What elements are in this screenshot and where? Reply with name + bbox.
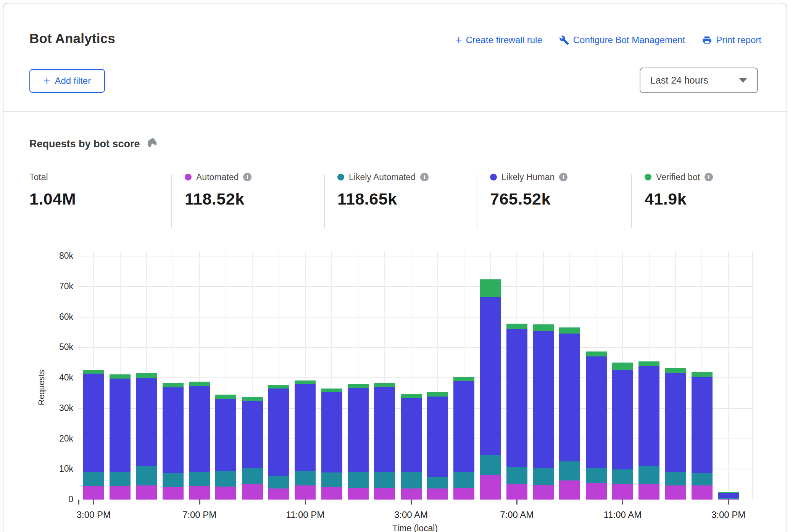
verified-bot-bar-segment[interactable] [559,327,580,334]
likely-automated-bar-segment[interactable] [136,466,157,485]
verified-bot-bar-segment[interactable] [665,368,686,373]
likely-human-bar-segment[interactable] [427,397,448,477]
likely-automated-bar-segment[interactable] [427,477,448,488]
print-report-link[interactable]: Print report [702,35,761,45]
info-icon[interactable]: i [420,173,429,181]
likely-human-bar-segment[interactable] [136,378,157,466]
likely-automated-bar-segment[interactable] [215,471,236,487]
automated-bar-segment[interactable] [612,484,633,500]
automated-bar-segment[interactable] [348,488,369,500]
verified-bot-bar-segment[interactable] [189,382,210,386]
verified-bot-bar-segment[interactable] [268,385,289,389]
likely-human-bar-segment[interactable] [506,329,527,467]
likely-human-bar-segment[interactable] [268,389,289,476]
automated-bar-segment[interactable] [83,486,104,500]
likely-human-bar-segment[interactable] [321,392,342,472]
verified-bot-bar-segment[interactable] [295,380,316,384]
likely-human-bar-segment[interactable] [480,297,501,455]
add-filter-button[interactable]: + Add filter [29,69,105,93]
verified-bot-bar-segment[interactable] [453,377,474,381]
verified-bot-bar-segment[interactable] [533,324,554,331]
likely-automated-bar-segment[interactable] [83,472,104,486]
likely-automated-bar-segment[interactable] [374,472,395,488]
likely-human-bar-segment[interactable] [295,384,316,471]
verified-bot-bar-segment[interactable] [83,370,104,374]
time-range-select[interactable]: Last 24 hours [640,68,758,93]
verified-bot-bar-segment[interactable] [506,324,527,329]
automated-bar-segment[interactable] [242,484,263,500]
likely-human-bar-segment[interactable] [692,377,713,473]
verified-bot-bar-segment[interactable] [692,372,713,377]
likely-automated-bar-segment[interactable] [295,471,316,485]
automated-bar-segment[interactable] [215,487,236,500]
likely-human-bar-segment[interactable] [559,334,580,461]
verified-bot-bar-segment[interactable] [136,373,157,378]
likely-automated-bar-segment[interactable] [533,468,554,485]
likely-automated-bar-segment[interactable] [480,455,501,475]
likely-automated-bar-segment[interactable] [718,498,739,499]
automated-bar-segment[interactable] [321,487,342,500]
automated-bar-segment[interactable] [665,485,686,500]
likely-automated-bar-segment[interactable] [163,473,184,487]
info-icon[interactable]: i [705,173,713,181]
automated-bar-segment[interactable] [110,486,131,500]
info-icon[interactable]: i [559,173,568,181]
likely-automated-bar-segment[interactable] [189,472,210,486]
automated-bar-segment[interactable] [533,485,554,500]
automated-bar-segment[interactable] [189,486,210,500]
likely-automated-bar-segment[interactable] [638,466,659,484]
verified-bot-bar-segment[interactable] [215,395,236,399]
automated-bar-segment[interactable] [480,475,501,500]
automated-bar-segment[interactable] [163,487,184,500]
likely-human-bar-segment[interactable] [374,387,395,472]
configure-bot-management-link[interactable]: Configure Bot Management [559,35,685,45]
likely-human-bar-segment[interactable] [110,379,131,471]
automated-bar-segment[interactable] [427,488,448,500]
likely-automated-bar-segment[interactable] [506,467,527,484]
verified-bot-bar-segment[interactable] [321,389,342,392]
likely-human-bar-segment[interactable] [533,331,554,468]
likely-human-bar-segment[interactable] [718,493,739,498]
create-firewall-rule-link[interactable]: + Create firewall rule [455,35,542,45]
likely-human-bar-segment[interactable] [242,401,263,468]
verified-bot-bar-segment[interactable] [110,374,131,379]
likely-human-bar-segment[interactable] [189,386,210,472]
likely-human-bar-segment[interactable] [163,387,184,473]
likely-human-bar-segment[interactable] [83,374,104,472]
likely-automated-bar-segment[interactable] [612,469,633,484]
likely-automated-bar-segment[interactable] [110,472,131,486]
likely-human-bar-segment[interactable] [612,370,633,469]
verified-bot-bar-segment[interactable] [348,384,369,388]
automated-bar-segment[interactable] [268,488,289,500]
automated-bar-segment[interactable] [506,484,527,500]
likely-automated-bar-segment[interactable] [453,472,474,487]
likely-human-bar-segment[interactable] [453,381,474,472]
automated-bar-segment[interactable] [559,480,580,500]
automated-bar-segment[interactable] [586,483,607,500]
likely-human-bar-segment[interactable] [401,398,422,472]
verified-bot-bar-segment[interactable] [401,394,422,398]
automated-bar-segment[interactable] [638,484,659,500]
verified-bot-bar-segment[interactable] [242,397,263,401]
likely-automated-bar-segment[interactable] [268,476,289,489]
likely-human-bar-segment[interactable] [215,399,236,471]
likely-automated-bar-segment[interactable] [586,468,607,483]
verified-bot-bar-segment[interactable] [427,392,448,396]
verified-bot-bar-segment[interactable] [638,361,659,366]
verified-bot-bar-segment[interactable] [586,351,607,357]
verified-bot-bar-segment[interactable] [163,383,184,387]
likely-automated-bar-segment[interactable] [321,472,342,487]
automated-bar-segment[interactable] [718,499,739,500]
automated-bar-segment[interactable] [374,488,395,500]
verified-bot-bar-segment[interactable] [480,279,501,297]
likely-human-bar-segment[interactable] [586,356,607,468]
verified-bot-bar-segment[interactable] [612,363,633,370]
likely-automated-bar-segment[interactable] [348,472,369,488]
info-icon[interactable]: i [243,173,252,181]
automated-bar-segment[interactable] [692,485,713,500]
likely-automated-bar-segment[interactable] [692,473,713,486]
automated-bar-segment[interactable] [401,488,422,500]
likely-human-bar-segment[interactable] [638,366,659,466]
likely-automated-bar-segment[interactable] [242,468,263,484]
likely-human-bar-segment[interactable] [665,373,686,472]
